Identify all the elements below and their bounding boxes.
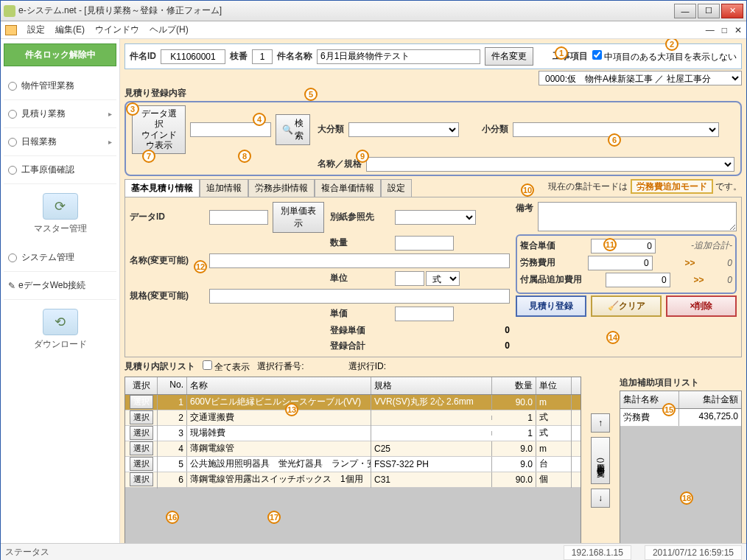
register-button[interactable]: 見積り登録 [516,295,586,317]
mdi-close-icon[interactable]: ✕ [734,25,742,35]
select-row-button[interactable]: 選択 [130,441,153,455]
reg-tanka-value: 0 [395,325,510,335]
tanka-input[interactable] [395,307,454,321]
mode-indicator: 労務費追加モード [631,179,713,194]
select-row-button[interactable]: 選択 [130,426,153,440]
qty-input[interactable] [395,236,454,251]
table-row[interactable]: 選択1600Vビニル絶縁ビニルシースケーブル(VV)VVR(SV)丸形 2心 2… [125,395,581,410]
tab-settings[interactable]: 設定 [381,179,412,197]
master-icon: ⟳ [43,193,78,220]
close-button[interactable]: ✕ [721,4,743,18]
reorder-button[interactable]: 表示順(行順)変更 [591,437,610,484]
nav-property[interactable]: 物件管理業務 [4,72,116,100]
aux-table: 集計名称集計金額 労務費436,725.0 [620,391,742,543]
tab-add[interactable]: 追加情報 [200,179,248,197]
clear-button[interactable]: 🧹クリア [591,295,662,317]
mdi-minimize-icon[interactable]: — [706,25,715,35]
search-icon: 🔍 [282,125,293,135]
table-row[interactable]: 選択3現場雑費1式 [125,426,581,441]
nav-estimate[interactable]: 見積り業務▸ [4,100,116,128]
menu-help[interactable]: ヘルプ(H) [150,24,189,36]
tab-comp[interactable]: 複合単価情報 [315,179,381,197]
select-row-button[interactable]: 選択 [130,457,153,471]
all-show-checkbox[interactable]: 全て表示 [203,360,250,374]
tab-body: データID 別単価表示 別紙参照先 数量 名称(変更可能) 単位 式 [124,197,742,357]
bettanka-button[interactable]: 別単価表示 [273,202,324,233]
spec-edit-input[interactable] [209,289,510,304]
table-row[interactable]: 選択5公共施設用照明器具 蛍光灯器具 ランプ・安定器込FSS7-322 PH9.… [125,457,581,472]
table-row[interactable]: 選択2交通運搬費1式 [125,410,581,426]
menu-edit[interactable]: 編集(E) [55,24,85,36]
nav-system[interactable]: システム管理 [4,244,116,272]
hide-middle-checkbox[interactable]: 中項目のある大項目を表示しない [592,50,737,63]
select-row-button[interactable]: 選択 [130,410,153,424]
statusbar: ステータス 192.168.1.15 2011/07/12 16:59:15 [1,543,746,560]
select-row-button[interactable]: 選択 [130,395,153,409]
spec-select[interactable] [366,157,734,172]
nav-daily[interactable]: 日報業務▸ [4,128,116,156]
menu-settings[interactable]: 設定 [27,24,45,36]
maximize-button[interactable]: ☐ [698,4,720,18]
minimize-button[interactable]: — [674,4,696,18]
name-input[interactable] [317,49,480,64]
unit-select[interactable]: 式 [426,271,460,286]
window-title: e-システム.net - [見積り業務～登録・修正フォーム] [18,4,222,17]
id-label: 件名ID [130,50,156,63]
move-up-button[interactable]: ↑ [591,413,610,433]
list-title: 見積り内訳リスト [124,360,195,373]
id-input[interactable] [161,49,225,64]
status-ip: 192.168.1.15 [564,545,631,560]
search-button[interactable]: 🔍検索 [276,114,310,145]
app-small-icon [5,25,17,35]
sidebar: 件名ロック解除中 物件管理業務 見積り業務▸ 日報業務▸ 工事原価確認 ⟳マスタ… [1,39,120,543]
data-id-input[interactable] [209,210,268,225]
mdi-restore-icon[interactable]: □ [722,25,727,35]
kouji-select[interactable]: 0000:仮 物件A棟新築工事 ／ 社屋工事分 [539,71,742,85]
status-label: ステータス [5,546,49,559]
select-row-button[interactable]: 選択 [130,472,153,486]
bessan-select[interactable] [395,210,476,225]
reg-total-value: 0 [395,340,510,351]
lock-toggle-button[interactable]: 件名ロック解除中 [4,43,116,66]
tabs: 基本見積り情報 追加情報 労務歩掛情報 複合単価情報 設定 [124,179,412,197]
nav-master[interactable]: ⟳マスター管理 [4,184,116,244]
name-edit-input[interactable] [209,253,510,268]
tab-basic[interactable]: 基本見積り情報 [124,179,200,197]
branch-label: 枝番 [230,50,248,63]
tab-labor[interactable]: 労務歩掛情報 [248,179,315,197]
topbar: 件名ID 枝番 件名名称 件名変更 工事項目 中項目のある大項目を表示しない [124,43,742,69]
nav-download[interactable]: ⟲ダウンロード [4,300,116,360]
unit-input[interactable] [395,271,424,286]
reg-head: 見積り登録内容 [124,87,742,99]
biko-textarea[interactable] [538,202,737,231]
data-select-button[interactable]: データ選択ウインドウ表示 [132,105,186,154]
app-icon [4,5,15,17]
rlist-title: 追加補助項目リスト [620,377,742,389]
filter-text-input[interactable] [190,122,271,137]
price-box: 複合単価0-追加合計- 労務費用0>>0 付属品追加費用0>>0 [516,234,737,294]
table-row[interactable]: 選択4薄鋼電線管C259.0m [125,441,581,457]
filter-panel: データ選択ウインドウ表示 🔍検索 大分類 小分類 名称／規格 [124,101,742,176]
move-down-button[interactable]: ↓ [591,489,610,508]
menubar: 設定 編集(E) ウインドウ ヘルプ(H) — □ ✕ [1,21,746,39]
comp-value: 0 [591,239,656,253]
name-label: 件名名称 [277,50,312,63]
main-panel: 件名ID 枝番 件名名称 件名変更 工事項目 中項目のある大項目を表示しない 0… [120,39,746,543]
delete-button[interactable]: ×削除 [666,295,737,317]
minor-select[interactable] [513,122,719,137]
download-icon: ⟲ [43,309,78,335]
kouji-label: 工事項目 [553,50,588,63]
detail-table: 選択 No. 名称 規格 数量 単位 選択1600Vビニル絶縁ビニルシースケーブ… [124,377,581,543]
nav-cost[interactable]: 工事原価確認 [4,156,116,184]
major-select[interactable] [348,122,459,137]
branch-input[interactable] [252,49,273,64]
labor-value: 0 [588,256,653,270]
table-row[interactable]: 選択6薄鋼電線管用露出スイッチボックス 1個用 1方出C3190.0個 [125,472,581,488]
titlebar: e-システム.net - [見積り業務～登録・修正フォーム] — ☐ ✕ [1,1,746,21]
rename-button[interactable]: 件名変更 [485,47,533,66]
status-ts: 2011/07/12 16:59:15 [645,545,742,560]
menu-window[interactable]: ウインドウ [95,24,139,36]
acc-value: 0 [606,273,670,287]
nav-edata[interactable]: ✎ eデータWeb接続 [4,272,116,300]
